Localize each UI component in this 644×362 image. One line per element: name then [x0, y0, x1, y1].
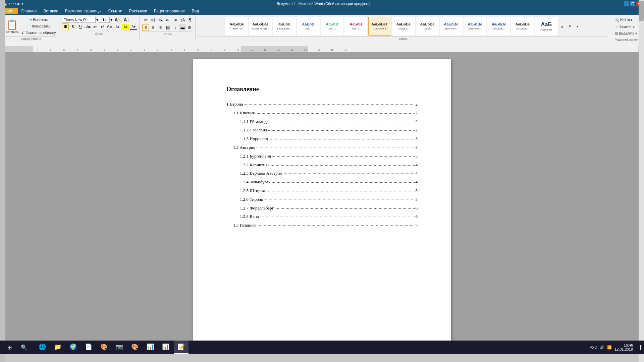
taskbar-camera[interactable]: 📷 [112, 341, 127, 354]
vertical-scrollbar[interactable] [639, 52, 644, 348]
style-table-pa[interactable]: АаБбВе ¶ Table Pa... [225, 17, 248, 36]
style-title[interactable]: АаБ Название [535, 17, 558, 36]
align-right-button[interactable]: ≡ [157, 24, 164, 31]
clear-format-button[interactable]: A✕ [106, 23, 113, 30]
style-my2[interactable]: АаБбВ мой 2 [321, 17, 343, 36]
language-tray[interactable]: РУС [590, 345, 597, 349]
font-name-dropdown[interactable]: ▾ [96, 17, 98, 22]
styles-scroll-up[interactable]: ▲ [558, 21, 566, 31]
minimize-button[interactable]: — [624, 1, 629, 6]
decrease-indent-button[interactable]: ⇤ [164, 17, 171, 23]
decrease-font-button[interactable]: A↓ [122, 17, 131, 23]
toc-entry[interactable]: 1.1 Швеция2 [226, 110, 418, 117]
replace-button[interactable]: ↔ Заменить [613, 23, 637, 29]
toc-entry[interactable]: 1.2.3 Верхняя Австрия4 [226, 170, 418, 177]
style-heading4[interactable]: АаБбВе Заголово... [511, 17, 534, 36]
strikethrough-button[interactable]: abc [84, 23, 91, 30]
style-my1[interactable]: АаБбВ мой 1 [297, 17, 320, 36]
toc-entry[interactable]: 1.2 Австрия3 [226, 144, 418, 152]
run-icon[interactable]: ▶ [17, 2, 20, 6]
toc-entry[interactable]: 1.2.6 Тироль5 [226, 196, 418, 203]
taskbar-photoshop1[interactable]: 🎨 [97, 341, 111, 354]
search-button[interactable]: 🔍 [17, 341, 31, 354]
style-normal[interactable]: АаБбВеГ ¶ Обычный [368, 17, 391, 36]
font-size-input[interactable] [99, 17, 110, 23]
find-button[interactable]: 🔍 Найти ▾ [613, 17, 635, 23]
menu-references[interactable]: Ссылки [105, 8, 126, 14]
restore-button[interactable]: ❐ [630, 1, 635, 6]
shading-button[interactable]: ▬ [179, 24, 186, 31]
toc-entry[interactable]: 1.1.3 Норрланд3 [226, 135, 418, 143]
menu-mailings[interactable]: Рассылки [126, 8, 151, 14]
taskbar-excel2[interactable]: 📊 [158, 341, 173, 354]
menu-home[interactable]: Главная [18, 8, 40, 14]
toc-entry[interactable]: 1.1.1 Гёталанд2 [226, 118, 418, 126]
toc-entry[interactable]: 1.3 Испания7 [226, 222, 418, 229]
style-heading3[interactable]: АаБбВе Заголово... [487, 17, 510, 36]
taskbar-word[interactable]: 📝 [174, 341, 189, 354]
style-popov1[interactable]: АаБбВе Попов1 [416, 17, 439, 36]
increase-font-button[interactable]: A↑ [113, 17, 121, 23]
increase-indent-button[interactable]: ⇥ [172, 17, 178, 23]
toc-entry[interactable]: 1.2.4 Зальцбург4 [226, 179, 418, 186]
subscript-button[interactable]: x₂ [92, 23, 98, 30]
font-name-input[interactable] [62, 17, 96, 23]
toc-entry[interactable]: 1 Европа2 [226, 101, 418, 108]
show-formatting-button[interactable]: ¶ [186, 17, 193, 23]
taskbar-photoshop2[interactable]: 🎨 [127, 341, 142, 354]
font-size-dropdown[interactable]: ▾ [110, 17, 112, 22]
toc-entry[interactable]: 1.2.7 Форарльберг6 [226, 205, 418, 212]
bullets-button[interactable]: ≡• [142, 17, 149, 23]
toc-entry[interactable]: 1.2.8 Вена6 [226, 213, 418, 221]
font-color-button[interactable]: A▾ [130, 24, 137, 30]
start-button[interactable]: ⊞ [3, 341, 16, 354]
align-left-button[interactable]: ≡ [142, 24, 149, 31]
menu-view[interactable]: Вид [188, 8, 202, 14]
underline-button[interactable]: Ч [77, 23, 84, 30]
show-desktop-button[interactable]: ▐ [637, 345, 641, 349]
redo-icon[interactable]: ↪ [13, 2, 16, 6]
volume-icon[interactable]: 🔊 [600, 345, 604, 350]
italic-button[interactable]: К [69, 23, 76, 30]
bold-button[interactable]: Ж [62, 23, 69, 30]
style-osnovno[interactable]: АаБбВе Осново... [392, 17, 415, 36]
undo-icon[interactable]: ↩ [9, 2, 12, 6]
line-spacing-button[interactable]: ↕ [172, 24, 178, 31]
taskbar-explorer[interactable]: 📁 [50, 341, 65, 354]
align-center-button[interactable]: ≡ [150, 24, 156, 31]
text-effects-button[interactable]: A▾ [114, 24, 121, 30]
style-kovalenko[interactable]: АаБбВ ¶ Ковален... [273, 17, 296, 36]
taskbar-edge[interactable]: 🌍 [66, 341, 80, 354]
style-heading1[interactable]: АаБбВе Заголово... [440, 17, 463, 36]
toc-entry[interactable]: 1.2.1 Бургенланд3 [226, 153, 418, 160]
taskbar-excel[interactable]: 📊 [143, 341, 158, 354]
select-button[interactable]: ⊡ Выделить ▾ [613, 30, 639, 36]
menu-review[interactable]: Рецензирование [151, 8, 189, 14]
copy-button[interactable]: 📄 Копировать [20, 23, 57, 29]
format-painter-button[interactable]: 🖌 Формат по образцу [20, 29, 57, 36]
sort-button[interactable]: ↕A [179, 17, 186, 23]
styles-scroll-down[interactable]: ▼ [566, 21, 574, 31]
toc-entry[interactable]: 1.1.2 Свеаланд2 [226, 127, 418, 134]
menu-page-layout[interactable]: Разметка страницы [62, 8, 105, 14]
cut-button[interactable]: ✂ Вырезать [20, 17, 57, 23]
style-heading2[interactable]: АаБбВе Заголово... [464, 17, 486, 36]
borders-button[interactable]: ⊞ [186, 24, 193, 31]
paste-button[interactable]: 📋 Вставить [5, 17, 19, 36]
numbering-button[interactable]: ≡1 [150, 17, 156, 23]
taskbar-filemanager[interactable]: 📄 [81, 341, 96, 354]
clock[interactable]: 16:46 12.01.2019 [614, 343, 633, 351]
style-no-spacing[interactable]: АаБбВаГ ¶ Без интер... [249, 17, 272, 36]
toc-entry[interactable]: 1.2.5 Штирия5 [226, 187, 418, 195]
document-area[interactable]: Оглавление 1 Европа21.1 Швеция21.1.1 Гёт… [0, 52, 644, 348]
justify-button[interactable]: ▤ [164, 24, 171, 31]
highlight-button[interactable]: A▾ [122, 24, 129, 30]
menu-insert[interactable]: Вставка [40, 8, 62, 14]
multilevel-list-button[interactable]: ≡▸ [157, 17, 164, 23]
style-my3[interactable]: АаБбВ мой 3 [344, 17, 367, 36]
network-icon[interactable]: 📶 [607, 345, 612, 350]
styles-expand[interactable]: ▾ [574, 21, 581, 31]
superscript-button[interactable]: x² [99, 23, 106, 30]
taskbar-ie[interactable]: 🌐 [35, 341, 50, 354]
toc-entry[interactable]: 1.2.2 Каринтия4 [226, 162, 418, 169]
